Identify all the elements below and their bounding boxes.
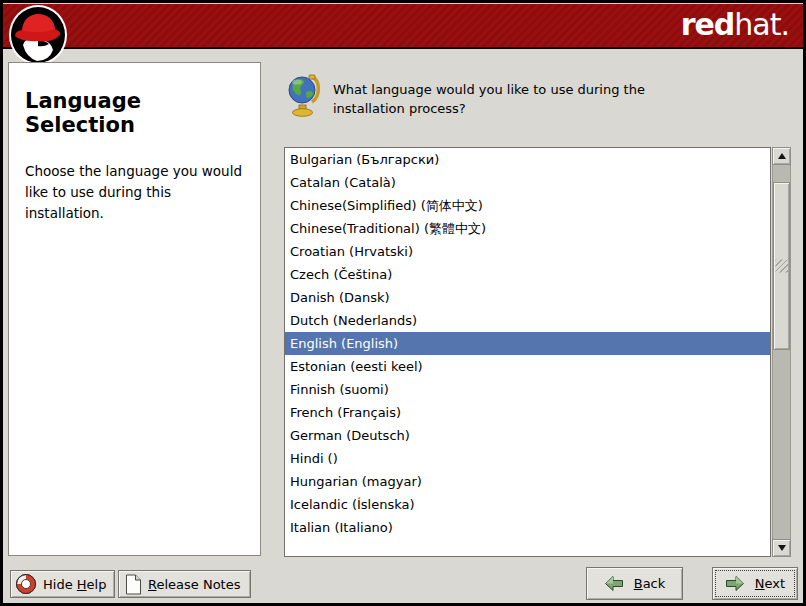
scrollbar-thumb[interactable] [773,182,790,350]
language-option[interactable]: French (Français) [285,401,770,424]
vertical-scrollbar[interactable] [772,147,791,557]
question-text: What language would you like to use duri… [333,81,689,119]
life-ring-icon [15,573,37,595]
language-option-selected[interactable]: English (English) [285,332,770,355]
release-notes-button[interactable]: Release Notes [118,570,251,598]
next-button[interactable]: Next [712,567,798,600]
language-option[interactable]: Finnish (suomi) [285,378,770,401]
help-text: Choose the language you would like to us… [25,161,244,224]
redhat-shadowman-icon [8,4,68,66]
language-option[interactable]: Chinese(Simplified) (简体中文) [285,194,770,217]
language-option[interactable]: Hindi () [285,447,770,470]
language-option[interactable]: Catalan (Català) [285,171,770,194]
question-row: What language would you like to use duri… [287,73,689,119]
scroll-down-icon [778,545,786,551]
back-button[interactable]: Back [586,567,683,600]
next-label: Next [755,576,785,591]
language-option[interactable]: Croatian (Hrvatski) [285,240,770,263]
scroll-down-button[interactable] [772,539,791,557]
language-list-viewport[interactable]: Bulgarian (Български) Catalan (Català) C… [284,147,771,557]
globe-icon [287,73,321,117]
wordmark-bold: red [681,7,735,42]
scroll-up-icon [778,153,786,159]
installer-window: redhat. Language Selection Choose the la… [0,0,806,606]
language-option[interactable]: Icelandic (Íslenska) [285,493,770,516]
scrollbar-track[interactable] [772,165,791,539]
language-option[interactable]: Hungarian (magyar) [285,470,770,493]
language-list: Bulgarian (Български) Catalan (Català) C… [284,147,791,557]
back-arrow-icon [604,575,624,592]
page-title: Language Selection [25,89,244,137]
language-option[interactable]: Danish (Dansk) [285,286,770,309]
scroll-up-button[interactable] [772,147,791,165]
language-option[interactable]: Chinese(Traditional) (繁體中文) [285,217,770,240]
hide-help-button[interactable]: Hide Help [10,570,115,598]
redhat-wordmark: redhat. [681,8,789,42]
back-label: Back [634,576,666,591]
language-option[interactable]: Italian (Italiano) [285,516,770,539]
help-panel: Language Selection Choose the language y… [8,62,261,556]
language-option[interactable]: Bulgarian (Български) [285,148,770,171]
language-option[interactable]: Czech (Čeština) [285,263,770,286]
next-arrow-icon [725,575,745,592]
hide-help-label: Hide Help [43,577,106,592]
document-icon [125,574,142,595]
language-option[interactable]: Estonian (eesti keel) [285,355,770,378]
language-option[interactable]: German (Deutsch) [285,424,770,447]
wordmark-rest: hat. [734,7,789,42]
release-notes-label: Release Notes [148,577,240,592]
language-option[interactable]: Dutch (Nederlands) [285,309,770,332]
